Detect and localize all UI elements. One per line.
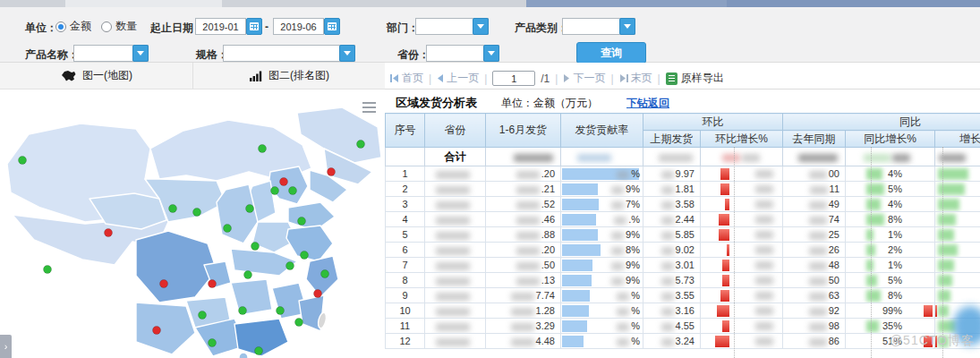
window-top-strip xyxy=(0,0,980,7)
map-marker-green xyxy=(277,307,285,315)
map-marker-green xyxy=(244,271,252,279)
cell-yoy-pct: 5% xyxy=(846,182,935,197)
map-marker-green xyxy=(246,205,254,213)
cell-contrib: 9% xyxy=(561,258,643,273)
cell-last-year: 50 xyxy=(783,273,846,288)
cell-contrib: 9% xyxy=(561,227,643,243)
page-number-input[interactable] xyxy=(492,71,535,86)
table-row: 7.509%3.01481% xyxy=(386,258,980,273)
department-select[interactable] xyxy=(415,18,489,35)
cell-no: 6 xyxy=(386,243,425,258)
map-marker-green xyxy=(224,225,232,233)
radio-quantity-label: 数量 xyxy=(115,19,137,34)
cell-mom-pct xyxy=(701,273,783,288)
cell-province-redacted xyxy=(425,303,486,319)
cell-last-year: 25 xyxy=(783,227,846,243)
last-page-label: 末页 xyxy=(631,71,652,86)
tab-map-view[interactable]: 图一(地图) xyxy=(0,63,192,89)
map-marker-green xyxy=(289,187,297,195)
cell-yoy-pct: 99% xyxy=(846,303,935,319)
prev-page-icon xyxy=(437,74,444,82)
pager-separator: | xyxy=(555,72,558,85)
report-panel: 首页 | 上一页 | /1 | 下一页 | 末页 | 原样导出 xyxy=(385,63,980,358)
cell-province-redacted xyxy=(425,243,486,258)
category-select[interactable] xyxy=(562,18,635,35)
total-contrib-redacted xyxy=(561,148,643,166)
chevron-down-icon[interactable] xyxy=(619,18,635,35)
pager-separator: | xyxy=(610,72,613,85)
col-header-grow-contrib: 增长贡献率 xyxy=(935,131,980,148)
map-marker-red xyxy=(160,280,168,288)
date-to-input[interactable] xyxy=(273,18,324,35)
radio-quantity[interactable]: 数量 xyxy=(101,19,137,34)
query-button[interactable]: 查询 xyxy=(576,42,646,64)
cell-prev: 3.16 xyxy=(643,303,701,319)
date-from-input[interactable] xyxy=(195,18,246,35)
cell-province-redacted xyxy=(425,334,486,349)
last-page-button[interactable]: 末页 xyxy=(619,71,652,86)
unit-label: 单位： xyxy=(25,21,57,36)
cell-yoy-pct: 1% xyxy=(846,258,935,273)
chevron-down-icon[interactable] xyxy=(473,18,489,35)
date-from-calendar-button[interactable] xyxy=(246,18,262,35)
report-unit-note: 单位：金额（万元） xyxy=(501,96,598,111)
chevron-down-icon[interactable] xyxy=(132,45,149,62)
report-body: 合计 1.20%9.97004%2.219%1.81115%3.527%3.58… xyxy=(386,148,980,349)
map-marker-green xyxy=(169,205,177,213)
cell-contrib: % xyxy=(561,288,643,303)
window-strip-blue-2 xyxy=(727,0,980,7)
cell-last-year: 86 xyxy=(783,334,846,349)
product-name-select[interactable] xyxy=(73,45,149,62)
map-tabbar: 图一(地图) 图二(排名图) xyxy=(0,63,385,90)
radio-amount-label: 金额 xyxy=(70,19,91,34)
first-page-icon xyxy=(390,74,399,82)
cell-contrib: .% xyxy=(561,212,643,227)
col-header-contrib: 发货贡献率 xyxy=(561,114,643,148)
tab-map-label: 图一(地图) xyxy=(82,68,132,83)
map-marker-green xyxy=(193,209,201,217)
cell-yoy-pct: 8% xyxy=(846,288,935,303)
total-label: 合计 xyxy=(425,148,486,166)
cell-yoy-pct: 1% xyxy=(846,227,935,243)
chevron-down-icon[interactable] xyxy=(483,45,499,62)
calendar-icon xyxy=(328,22,337,30)
chevron-down-icon[interactable] xyxy=(339,45,355,62)
total-yoy-redacted xyxy=(846,148,935,166)
report-table-wrap: 序号 省份 1-6月发货 发货贡献率 环比 同比 上期发货 环比增长% 去年同期… xyxy=(385,113,980,358)
cell-prev: 4.55 xyxy=(643,319,701,334)
table-row: 97.74%3.55638% xyxy=(386,288,980,303)
menu-icon[interactable] xyxy=(362,102,376,115)
map-marker-green xyxy=(298,217,306,226)
category-label: 产品类别： xyxy=(515,21,568,36)
export-button[interactable]: 原样导出 xyxy=(666,71,724,86)
cell-province-redacted xyxy=(425,166,486,182)
cell-province-redacted xyxy=(425,227,486,243)
first-page-button[interactable]: 首页 xyxy=(390,71,423,86)
province-select[interactable] xyxy=(426,45,499,62)
cell-last-year: 63 xyxy=(783,288,846,303)
cell-prev: 3.24 xyxy=(643,334,701,349)
spec-select[interactable] xyxy=(223,45,355,62)
next-page-button[interactable]: 下一页 xyxy=(563,71,605,86)
map-marker-red xyxy=(153,327,161,335)
product-name-label: 产品名称： xyxy=(25,47,79,63)
tab-rank-view[interactable]: 图二(排名图) xyxy=(192,63,385,89)
bar-chart-icon xyxy=(249,70,263,82)
radio-amount[interactable]: 金额 xyxy=(55,19,91,34)
report-titlebar: 区域发货分析表 单位：金额（万元） 下钻返回 xyxy=(385,90,980,113)
map-marker-green xyxy=(295,319,303,327)
panel-collapse-toggle[interactable]: › xyxy=(0,335,12,358)
map-marker-green xyxy=(199,311,207,320)
drill-back-link[interactable]: 下钻返回 xyxy=(626,96,669,111)
cell-contrib: % xyxy=(561,303,643,319)
table-row: 8.139%5.73505% xyxy=(386,273,980,288)
next-page-label: 下一页 xyxy=(573,71,605,86)
cell-yoy-pct: 4% xyxy=(846,166,935,182)
cell-mom-pct xyxy=(701,243,783,258)
china-map-icon xyxy=(60,70,77,82)
col-header-province: 省份 xyxy=(425,114,486,148)
date-to-calendar-button[interactable] xyxy=(324,18,340,35)
map-marker-green xyxy=(259,145,267,153)
prev-page-button[interactable]: 上一页 xyxy=(437,71,479,86)
first-page-label: 首页 xyxy=(402,71,423,86)
